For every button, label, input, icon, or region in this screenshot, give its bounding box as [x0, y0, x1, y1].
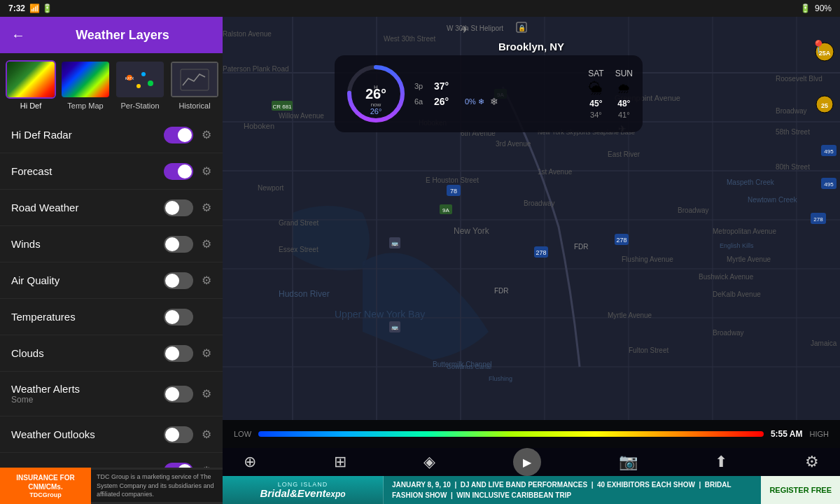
svg-text:80th Street: 80th Street [776, 163, 810, 171]
hourly-forecast: 3p 37° 6a 26° 0% ❄ ❄ [414, 80, 498, 107]
settings-button[interactable]: ⚙ [805, 453, 819, 471]
location-button[interactable]: ⊕ [244, 453, 256, 471]
status-bar: 7:32 📶 🔋 🔋 90% [0, 0, 840, 17]
thumb-hidef[interactable]: Hi Def [6, 60, 56, 110]
svg-text:E Houston Street: E Houston Street [426, 176, 479, 184]
svg-text:58th Street: 58th Street [776, 128, 810, 136]
thumb-perstation-label: Per-Station [120, 102, 159, 110]
sat-icon: 🌦 [589, 80, 603, 97]
svg-text:Paterson Plank Road: Paterson Plank Road [223, 65, 289, 73]
location-name: Brooklyn, NY [498, 41, 564, 52]
thumb-tempmap[interactable]: Temp Map [60, 60, 111, 110]
svg-text:West 30th Street: West 30th Street [384, 35, 436, 43]
air-quality-settings[interactable]: ⚙ [202, 274, 211, 287]
svg-text:Essex Street: Essex Street [279, 246, 318, 253]
status-left: 7:32 📶 🔋 [8, 4, 52, 13]
forecast-sat: SAT 🌦 45° 34° [588, 69, 603, 119]
svg-point-4 [136, 84, 141, 88]
layer-weather-alerts: Weather Alerts Some ⚙ [0, 372, 223, 416]
thumb-hidef-img[interactable] [6, 60, 56, 99]
temp-gauge-svg: H 26° now 26° [344, 62, 407, 125]
layer-temperatures: Temperatures ⚙ [0, 299, 223, 335]
clouds-settings[interactable]: ⚙ [202, 346, 211, 360]
temperatures-toggle[interactable] [164, 309, 193, 326]
svg-text:English Kills: English Kills [720, 242, 754, 249]
battery-pct: 90% [815, 4, 832, 13]
layer-weather-outlooks-label: Weather Outlooks [11, 428, 155, 440]
thumb-historical-img[interactable] [169, 60, 220, 99]
sun-label: SUN [615, 69, 633, 78]
svg-text:Hoboken: Hoboken [244, 122, 274, 130]
timeline-gradient[interactable] [258, 431, 764, 437]
svg-text:Gowanus Canal: Gowanus Canal [447, 363, 491, 370]
hourly-row-3p: 3p 37° [414, 80, 498, 92]
snowflake-icon: ❄ [490, 96, 498, 107]
thumb-perstation-img[interactable]: KATX [115, 60, 165, 99]
layer-thumbnails: Hi Def Temp Map KATX Per-St [0, 53, 223, 117]
layer-fronts: Fronts ⚙ [0, 453, 223, 468]
clouds-toggle[interactable] [164, 345, 193, 362]
camera-button[interactable]: 📷 [619, 453, 638, 471]
svg-text:🔒: 🔒 [518, 24, 526, 32]
hour-6a: 6a [414, 97, 428, 106]
layer-temperatures-label: Temperatures [11, 311, 155, 323]
svg-text:Upper New York Bay: Upper New York Bay [335, 309, 425, 320]
svg-text:Willow Avenue: Willow Avenue [279, 112, 324, 120]
forecast-toggle[interactable] [164, 163, 193, 180]
svg-text:Hudson River: Hudson River [279, 289, 330, 299]
thumb-historical[interactable]: Historical [169, 60, 220, 110]
hidef-radar-toggle[interactable] [164, 127, 193, 144]
hidef-radar-settings[interactable]: ⚙ [202, 128, 211, 141]
layer-hidef-radar-label: Hi Def Radar [11, 129, 155, 141]
svg-text:DeKalb Avenue: DeKalb Avenue [713, 290, 761, 298]
svg-text:25: 25 [821, 102, 828, 109]
map-ad-text: JANUARY 8, 9, 10 | DJ AND LIVE BAND PERF… [392, 479, 752, 500]
timeline-high-label: HIGH [810, 430, 830, 438]
temp-6a: 26° [434, 96, 459, 107]
weather-outlooks-settings[interactable]: ⚙ [202, 428, 211, 441]
map-ad-brand-content: LONG ISLAND Bridal&Eventexpo [260, 481, 345, 500]
layer-hidef-radar: Hi Def Radar ⚙ [0, 117, 223, 153]
thumb-tempmap-img[interactable] [60, 60, 111, 99]
svg-text:✈: ✈ [461, 24, 469, 35]
layers-button[interactable]: ◈ [424, 453, 435, 471]
layer-road-weather: Road Weather ⚙ [0, 190, 223, 226]
fronts-toggle[interactable] [164, 463, 193, 468]
map-ad-cta-button[interactable]: REGISTER FREE [761, 476, 840, 504]
svg-text:Myrtle Avenue: Myrtle Avenue [608, 312, 652, 319]
road-weather-toggle[interactable] [164, 200, 193, 216]
svg-text:1st Avenue: 1st Avenue [538, 168, 573, 176]
weather-alerts-wrap: Weather Alerts Some [11, 383, 155, 405]
svg-text:Broadway: Broadway [524, 200, 554, 207]
thumb-perstation[interactable]: KATX Per-Station [115, 60, 165, 110]
layer-air-quality-label: Air Quality [11, 274, 155, 286]
play-icon: ▶ [523, 456, 531, 469]
weather-outlooks-toggle[interactable] [164, 426, 193, 443]
play-button[interactable]: ▶ [513, 448, 541, 476]
back-button[interactable]: ← [11, 27, 25, 43]
air-quality-toggle[interactable] [164, 272, 193, 289]
sun-hi: 48° [617, 99, 630, 108]
sun-icon: 🌧 [617, 80, 631, 97]
svg-text:East River: East River [608, 150, 640, 158]
forecast-settings[interactable]: ⚙ [202, 164, 211, 178]
road-weather-settings[interactable]: ⚙ [202, 201, 211, 214]
pin-icon[interactable]: 📍 [811, 39, 826, 55]
winds-toggle[interactable] [164, 236, 193, 253]
ad-description: TDC Group is a marketing service of The … [97, 473, 214, 498]
svg-text:Maspeth Creek: Maspeth Creek [727, 178, 775, 186]
svg-text:FDR: FDR [574, 243, 589, 251]
map-area: Upper New York Bay 78 278 278 Willow Ave… [223, 17, 840, 504]
map-type-button[interactable]: ⊞ [334, 453, 346, 471]
svg-text:495: 495 [824, 181, 834, 188]
svg-text:Myrtle Avenue: Myrtle Avenue [727, 255, 771, 263]
sat-hi: 45° [589, 99, 602, 108]
timeline-low-label: LOW [234, 430, 251, 438]
weather-alerts-toggle[interactable] [164, 386, 193, 402]
weather-alerts-settings[interactable]: ⚙ [202, 387, 211, 400]
ad-left-section: INSURANCE FOR CNM/CMs. TDCGroup [0, 468, 91, 504]
svg-text:278: 278 [813, 216, 823, 223]
svg-text:278: 278 [616, 237, 626, 244]
winds-settings[interactable]: ⚙ [202, 237, 211, 251]
share-button[interactable]: ⬆ [715, 453, 727, 471]
